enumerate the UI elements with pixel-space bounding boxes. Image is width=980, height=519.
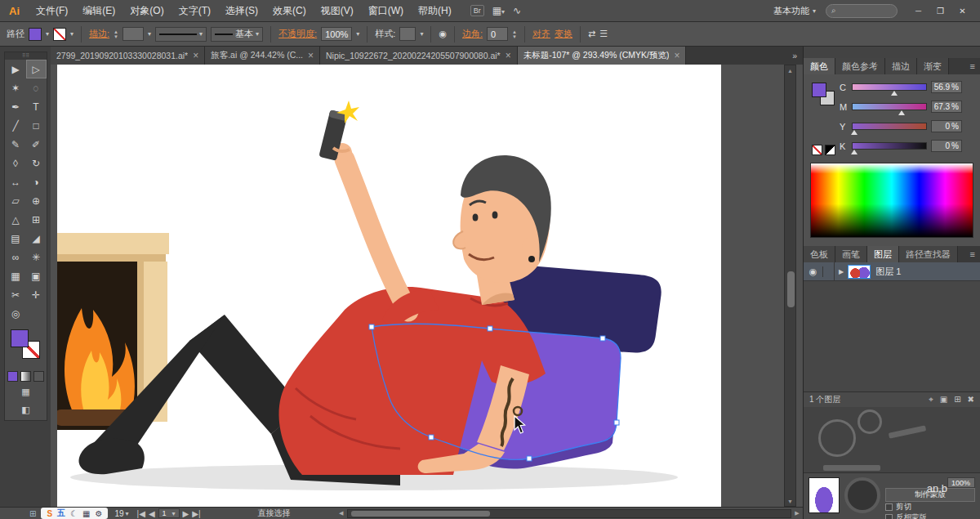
gradient-button[interactable] (20, 371, 31, 382)
rotate-tool[interactable]: ↻ (26, 154, 47, 172)
yellow-slider[interactable] (852, 123, 927, 130)
panel-menu-icon[interactable]: ≡ (965, 246, 980, 262)
width-tool[interactable]: ◑ (26, 172, 47, 191)
tab-layers[interactable]: 图层 (867, 246, 899, 262)
transform-link[interactable]: 变换 (555, 28, 572, 40)
black-slider[interactable] (852, 142, 927, 150)
brush-definition-dropdown[interactable]: 基本▾ (211, 27, 263, 42)
doc-tab-active[interactable]: 未标题-107* @ 293.49% (CMYK/预览)× (518, 47, 687, 65)
artboard-number-field[interactable]: 1▾ (158, 508, 180, 518)
artboard[interactable] (57, 65, 721, 507)
first-artboard-button[interactable]: |◀ (137, 509, 145, 518)
last-artboard-button[interactable]: ▶| (192, 509, 200, 518)
stroke-link[interactable]: 描边: (89, 28, 109, 40)
locate-object-icon[interactable]: ⌖ (929, 395, 933, 405)
artboard-tool[interactable]: ▣ (26, 266, 47, 285)
arrange-documents-icon[interactable]: ▦▾ (492, 5, 505, 16)
doc-tab-1[interactable]: 2799_20190920103330028031.ai*× (51, 47, 205, 65)
make-clipping-mask-icon[interactable]: ▣ (940, 395, 947, 405)
tab-stroke[interactable]: 描边 (885, 58, 917, 74)
eyedropper-tool[interactable]: ◢ (26, 229, 47, 248)
new-layer-icon[interactable]: ⊞ (954, 395, 960, 405)
cyan-slider[interactable] (852, 83, 927, 91)
search-input[interactable]: ⌕ (826, 4, 898, 18)
menu-edit[interactable]: 编辑(E) (75, 0, 122, 21)
workspace-switcher[interactable]: 基本功能▾ (773, 5, 816, 17)
rectangle-tool[interactable]: □ (26, 116, 47, 135)
stroke-weight-dropdown-icon[interactable]: ▾ (148, 30, 151, 38)
tab-close-icon[interactable]: × (506, 50, 511, 61)
tab-close-icon[interactable]: × (674, 50, 679, 61)
magic-wand-tool[interactable]: ✶ (6, 78, 26, 97)
tools-grip[interactable]: ⠿⠿ (5, 52, 47, 60)
tab-color-guide[interactable]: 颜色参考 (835, 58, 885, 74)
panel-options-icon[interactable]: ☰ (599, 29, 608, 39)
tab-brushes[interactable]: 画笔 (835, 246, 867, 262)
symbol-sprayer-tool[interactable]: ✳ (26, 248, 47, 266)
ime-keyboard-icon[interactable]: ▦ (82, 509, 90, 518)
perspective-grid-tool[interactable]: △ (6, 210, 26, 229)
vertical-scrollbar[interactable]: ▲ ▼ (784, 65, 796, 507)
draw-modes-button[interactable]: ▦ (21, 387, 29, 397)
system-tray-icon[interactable]: ⊞ (29, 509, 36, 518)
style-field[interactable] (399, 27, 416, 41)
screen-mode-button[interactable]: ◧ (21, 405, 29, 415)
tab-pathfinder[interactable]: 路径查找器 (899, 246, 958, 262)
tab-close-icon[interactable]: × (193, 50, 198, 61)
transparency-opacity-field[interactable]: 100% (947, 477, 975, 488)
zoom-tool[interactable]: ◎ (6, 304, 26, 323)
scale-tool[interactable]: ↔ (6, 172, 26, 191)
horizontal-scrollbar[interactable]: ◀ ▶ (336, 508, 803, 519)
shape-builder-tool[interactable]: ⊕ (26, 191, 47, 210)
ime-mode[interactable]: 五 (57, 508, 65, 519)
opacity-dropdown-icon[interactable]: ▾ (356, 30, 359, 38)
layer-name[interactable]: 图层 1 (875, 266, 901, 278)
blend-tool[interactable]: ∞ (6, 248, 26, 266)
black-value-field[interactable]: 0% (931, 140, 962, 152)
tab-swatches[interactable]: 色板 (804, 246, 835, 262)
eraser-tool[interactable]: ◊ (6, 154, 26, 172)
none-button[interactable] (33, 371, 44, 382)
menu-window[interactable]: 窗口(W) (361, 0, 411, 21)
scroll-left-icon[interactable]: ◀ (336, 510, 347, 517)
color-button[interactable] (7, 371, 18, 382)
selection-tool[interactable]: ▶ (6, 60, 26, 78)
prev-artboard-button[interactable]: ◀ (149, 509, 155, 518)
make-mask-button[interactable]: 制作蒙版 (885, 488, 975, 502)
menu-select[interactable]: 选择(S) (218, 0, 265, 21)
fill-color-swatch[interactable] (29, 28, 42, 41)
corner-field[interactable]: 0 (487, 27, 508, 41)
scroll-down-icon[interactable]: ▼ (787, 496, 793, 506)
object-thumbnail[interactable] (808, 477, 840, 513)
close-button[interactable]: ✕ (951, 2, 973, 19)
layer-thumbnail[interactable] (848, 265, 871, 279)
menu-help[interactable]: 帮助(H) (411, 0, 459, 21)
color-spectrum[interactable] (810, 163, 973, 238)
ime-logo[interactable]: S (47, 509, 52, 518)
swap-icon[interactable]: ⇄ (588, 29, 595, 39)
tab-gradient[interactable]: 渐变 (917, 58, 949, 74)
restore-button[interactable]: ❐ (929, 2, 951, 19)
style-line-icon[interactable]: ∿ (513, 5, 521, 16)
fill-proxy-swatch[interactable] (11, 329, 29, 347)
menu-file[interactable]: 文件(F) (29, 0, 75, 21)
menu-object[interactable]: 对象(O) (122, 0, 171, 21)
pencil-tool[interactable]: ✐ (26, 135, 47, 154)
column-graph-tool[interactable]: ▦ (6, 266, 26, 285)
document-setup-icon[interactable]: ◉ (439, 29, 447, 39)
delete-layer-icon[interactable]: ✖ (968, 395, 974, 405)
menu-view[interactable]: 视图(V) (314, 0, 361, 21)
slice-tool[interactable]: ✂ (6, 285, 26, 304)
layer-row[interactable]: ◉ ▶ 图层 1 (804, 262, 980, 281)
yellow-value-field[interactable]: 0% (931, 120, 962, 132)
cyan-value-field[interactable]: 56.9% (931, 81, 962, 93)
invert-mask-checkbox[interactable] (885, 514, 893, 519)
free-transform-tool[interactable]: ▱ (6, 191, 26, 210)
stroke-color-swatch[interactable] (53, 28, 66, 41)
gradient-tool[interactable]: ▤ (6, 229, 26, 248)
opacity-field[interactable]: 100% (321, 27, 352, 41)
next-artboard-button[interactable]: ▶ (183, 509, 189, 518)
menu-type[interactable]: 文字(T) (172, 0, 218, 21)
layer-twirl-icon[interactable]: ▶ (835, 268, 848, 275)
black-white-swatch[interactable] (825, 145, 835, 155)
